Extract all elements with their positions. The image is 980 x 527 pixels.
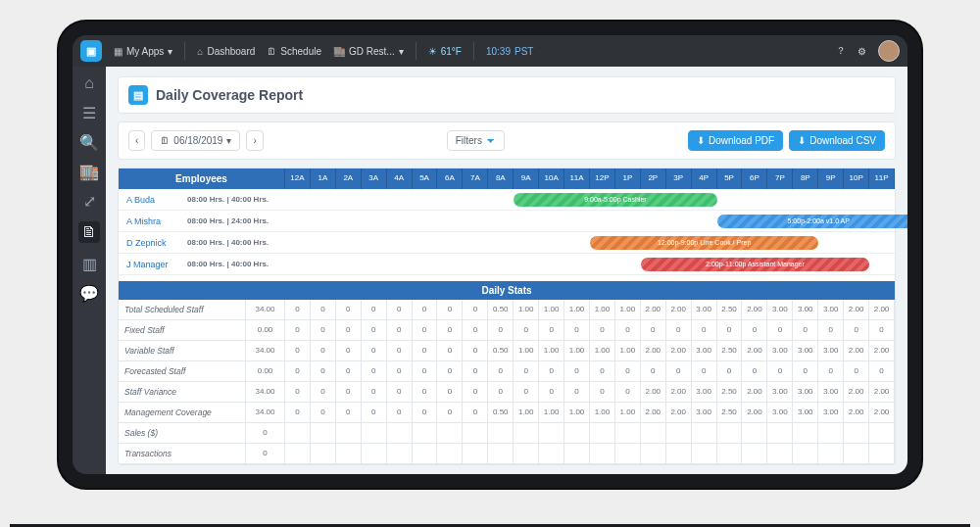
shift-bar[interactable]: 2:00p-11:00p Assistant Manager — [641, 258, 869, 271]
stats-cell: 0 — [615, 361, 641, 382]
dashboard-label: Dashboard — [207, 46, 255, 57]
stats-cell — [311, 423, 336, 444]
stats-cell: 1.00 — [514, 403, 539, 423]
stats-cell: 3.00 — [767, 341, 793, 361]
shift-bar[interactable]: 9:00a-5:00p Cashier — [514, 193, 716, 207]
stats-cell: 0 — [387, 403, 413, 423]
stats-cell: 0 — [387, 320, 413, 341]
sidebar-report-icon[interactable]: 🗎 — [78, 221, 100, 243]
stats-cell: 0 — [311, 382, 336, 403]
stats-cell: 1.00 — [615, 341, 641, 361]
hour-header: 5A — [413, 168, 438, 189]
stats-row-total: 0 — [246, 444, 285, 464]
stats-row-total: 34.00 — [246, 300, 285, 320]
user-avatar[interactable] — [878, 40, 900, 62]
date-picker[interactable]: 🗓 06/18/2019 ▾ — [151, 130, 240, 151]
stats-cell: 3.00 — [692, 382, 717, 403]
sidebar-search-icon[interactable]: 🔍 — [80, 133, 98, 151]
employee-name[interactable]: A Mishra — [119, 216, 187, 226]
employee-row: D Zepnick08:00 Hrs. | 40:00 Hrs.12:00p-9… — [119, 232, 895, 254]
stats-cell: 1.00 — [514, 341, 539, 361]
location-picker[interactable]: 🏬 GD Rest... ▾ — [333, 46, 404, 57]
stats-cell — [387, 444, 413, 464]
store-icon: 🏬 — [333, 46, 345, 57]
hour-header: 10P — [844, 168, 869, 189]
download-pdf-button[interactable]: ⬇ Download PDF — [688, 130, 783, 151]
sidebar-home-icon[interactable]: ⌂ — [80, 74, 98, 92]
hour-header: 10A — [539, 168, 564, 189]
stats-cell — [463, 444, 488, 464]
employee-row: J Manager08:00 Hrs. | 40:00 Hrs.2:00p-11… — [119, 254, 895, 275]
nav-dashboard[interactable]: ⌂ Dashboard — [197, 46, 255, 57]
stats-cell: 0 — [666, 361, 692, 382]
settings-button[interactable]: ⚙ — [858, 46, 866, 57]
stats-cell: 2.00 — [869, 403, 895, 423]
stats-cell — [564, 423, 590, 444]
stats-cell: 0 — [437, 382, 463, 403]
stats-cell: 0 — [285, 403, 311, 423]
stats-cell: 2.50 — [717, 382, 743, 403]
stats-cell: 0 — [844, 361, 869, 382]
my-apps-menu[interactable]: ▦ My Apps ▾ — [114, 46, 172, 57]
stats-cell: 2.00 — [666, 403, 692, 423]
stats-cell: 3.00 — [767, 403, 793, 423]
stats-cell: 0 — [387, 300, 413, 320]
date-prev-button[interactable]: ‹ — [128, 130, 145, 151]
stats-cell: 0 — [285, 300, 311, 320]
shift-track: 9:00a-5:00p Cashier — [285, 192, 895, 208]
content-area: ▤ Daily Coverage Report ‹ 🗓 06/18/2019 ▾… — [106, 67, 907, 474]
stats-cell: 0 — [362, 361, 387, 382]
download-csv-button[interactable]: ⬇ Download CSV — [789, 130, 885, 151]
employee-name[interactable]: D Zepnick — [119, 238, 187, 248]
filters-button[interactable]: Filters ⏷ — [447, 130, 505, 151]
stats-cell: 0 — [387, 382, 413, 403]
hour-header: 1A — [311, 168, 336, 189]
clock-time: 10:39 — [486, 46, 511, 57]
stats-cell: 0 — [514, 320, 539, 341]
stats-row-label: Sales ($) — [119, 423, 246, 444]
app-logo[interactable]: ▣ — [80, 40, 102, 62]
sidebar-chat-icon[interactable]: 💬 — [80, 284, 98, 302]
shift-bar[interactable]: 5:00p-2:00a v1.0 AP — [717, 215, 907, 228]
stats-cell: 0 — [285, 341, 311, 361]
employee-hours: 08:00 Hrs. | 40:00 Hrs. — [187, 195, 285, 204]
stats-cell — [641, 423, 666, 444]
stats-cell: 3.00 — [793, 382, 818, 403]
stats-cell: 0 — [413, 361, 438, 382]
laptop-frame: ▣ ▦ My Apps ▾ ⌂ Dashboard 🗓 Schedule 🏬 G… — [59, 22, 921, 488]
stats-cell — [793, 444, 818, 464]
stats-cell — [413, 423, 438, 444]
stats-cell: 0 — [539, 382, 564, 403]
stats-cell: 0 — [413, 341, 438, 361]
help-button[interactable]: ？ — [836, 44, 846, 58]
stats-cell: 0 — [362, 403, 387, 423]
employee-name[interactable]: J Manager — [119, 260, 187, 269]
hour-header: 4A — [387, 168, 413, 189]
stats-cell: 0 — [742, 361, 767, 382]
page-title: Daily Coverage Report — [156, 87, 303, 103]
stats-cell — [717, 423, 743, 444]
stats-cell — [437, 423, 463, 444]
chevron-down-icon: ▾ — [399, 46, 404, 57]
date-next-button[interactable]: › — [246, 130, 263, 151]
stats-cell: 1.00 — [514, 300, 539, 320]
hour-header: 5P — [717, 168, 743, 189]
stats-cell: 0 — [564, 361, 590, 382]
sidebar-chart-icon[interactable]: ▥ — [80, 255, 98, 272]
sidebar-store-icon[interactable]: 🏬 — [80, 163, 98, 180]
hour-header: 9A — [514, 168, 539, 189]
employee-hours: 08:00 Hrs. | 40:00 Hrs. — [187, 260, 285, 268]
employee-name[interactable]: A Buda — [119, 195, 187, 205]
sidebar-list-icon[interactable]: ☰ — [80, 104, 98, 121]
stats-cell — [514, 444, 539, 464]
stats-cell: 0 — [362, 382, 387, 403]
stats-cell — [844, 423, 869, 444]
stats-cell: 0 — [463, 403, 488, 423]
shift-bar[interactable]: 12:00p-9:00p Line Cook / Prep — [590, 236, 818, 250]
separator — [473, 42, 474, 60]
hour-header: 7A — [463, 168, 488, 189]
stats-cell: 0 — [437, 320, 463, 341]
download-pdf-label: Download PDF — [709, 135, 774, 146]
nav-schedule[interactable]: 🗓 Schedule — [267, 46, 321, 57]
sidebar-expand-icon[interactable]: ⤢ — [80, 192, 98, 210]
